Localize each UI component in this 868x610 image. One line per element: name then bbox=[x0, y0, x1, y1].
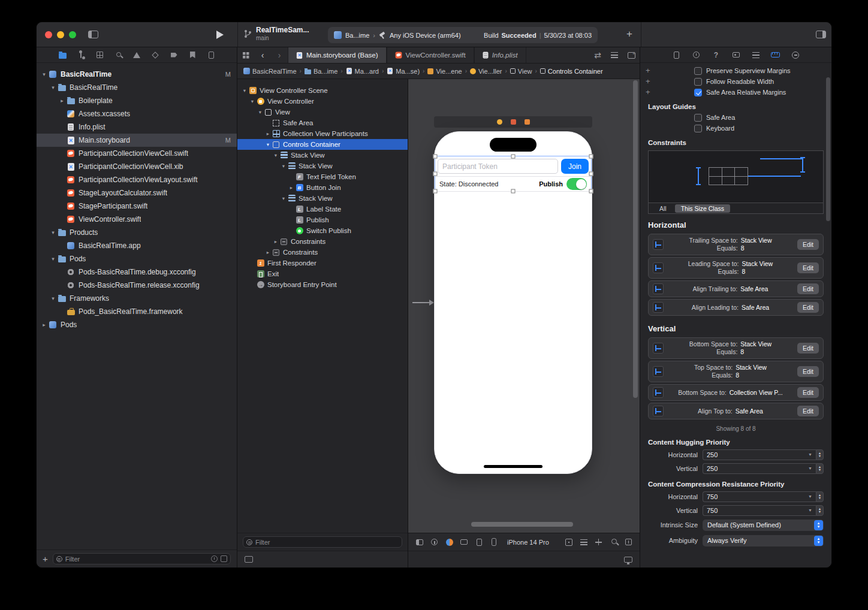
toggle-navigator-icon[interactable] bbox=[88, 31, 98, 38]
navigator-item-pods-project[interactable]: ▸Pods bbox=[37, 318, 237, 331]
scheme-name[interactable]: Ba...ime bbox=[345, 32, 369, 39]
tab-info-plist[interactable]: Info.plist bbox=[474, 47, 526, 63]
disclosure-triangle[interactable]: ▾ bbox=[49, 229, 57, 235]
outline-item-button-join[interactable]: ▸Button Join bbox=[237, 182, 408, 193]
hide-outline-icon[interactable] bbox=[245, 556, 253, 563]
constraint-row-align-leading[interactable]: Align Leading to:Safe Area Edit bbox=[648, 299, 824, 316]
disclosure-triangle[interactable]: ▸ bbox=[264, 131, 272, 137]
preserve-superview-margins-checkbox[interactable] bbox=[694, 67, 702, 75]
outline-item-collection-view[interactable]: ▸Collection View Participants bbox=[237, 128, 408, 139]
navigator-item-app-product[interactable]: BasicRealTime.app bbox=[37, 239, 237, 252]
add-row-icon[interactable]: + bbox=[646, 87, 650, 96]
disclosure-triangle[interactable]: ▸ bbox=[288, 185, 295, 191]
navigator-item-viewcontroller[interactable]: ViewController.swift bbox=[37, 213, 237, 226]
compression-vertical-field[interactable]: 750▼ bbox=[703, 505, 816, 516]
connections-inspector-icon[interactable] bbox=[791, 50, 800, 60]
compression-horizontal-field[interactable]: 750▼ bbox=[703, 491, 816, 502]
stepper[interactable]: ▲▼ bbox=[816, 449, 824, 460]
outline-item-entry-point[interactable]: Storyboard Entry Point bbox=[237, 279, 408, 290]
navigator-item-main-storyboard[interactable]: Main.storyboardM bbox=[37, 134, 237, 147]
breadcrumb-scene[interactable]: Vie...ene bbox=[427, 68, 462, 75]
stepper[interactable]: ▲▼ bbox=[816, 491, 824, 502]
outline-item-stack-view[interactable]: ▾Stack View bbox=[237, 161, 408, 171]
device-icon[interactable] bbox=[490, 538, 498, 546]
outline-item-scene[interactable]: ▾View Controller Scene bbox=[237, 85, 408, 96]
project-navigator-icon[interactable] bbox=[58, 51, 67, 59]
constraint-row-trailing[interactable]: Trailing Space to:Stack ViewEquals:8 Edi… bbox=[648, 234, 824, 255]
top-constraint-line[interactable] bbox=[802, 157, 803, 173]
navigator-item-stagelayoutcalculator[interactable]: StageLayoutCalculator.swift bbox=[37, 186, 237, 200]
zoom-button[interactable] bbox=[69, 31, 76, 38]
zoom-icon[interactable] bbox=[609, 538, 617, 546]
leading-constraint-line[interactable] bbox=[698, 167, 699, 185]
history-inspector-icon[interactable] bbox=[692, 50, 701, 60]
selection-handle[interactable] bbox=[433, 172, 438, 176]
navigator-item-frameworks[interactable]: ▾Frameworks bbox=[37, 292, 237, 305]
library-add-button[interactable]: + bbox=[626, 28, 632, 40]
disclosure-triangle[interactable]: ▸ bbox=[272, 238, 279, 244]
appearance-icon[interactable] bbox=[445, 538, 454, 546]
trailing-constraint-line[interactable] bbox=[748, 176, 801, 177]
breadcrumb-view[interactable]: View bbox=[510, 68, 532, 75]
constraint-row-leading[interactable]: Leading Space to:Stack ViewEquals:8 Edit bbox=[648, 257, 824, 279]
constraint-row-top-space[interactable]: Top Space to:Stack ViewEquals:8 Edit bbox=[648, 361, 824, 382]
device-label[interactable]: iPhone 14 Pro bbox=[507, 539, 549, 546]
info-icon[interactable] bbox=[430, 538, 439, 546]
disclosure-triangle[interactable]: ▸ bbox=[40, 322, 48, 328]
hugging-horizontal-field[interactable]: 250▼ bbox=[703, 449, 816, 460]
toggle-inspector-icon[interactable] bbox=[816, 31, 826, 38]
edit-button[interactable]: Edit bbox=[797, 387, 819, 398]
tests-icon[interactable] bbox=[151, 51, 159, 59]
tab-this-size-class[interactable]: This Size Class bbox=[675, 204, 730, 213]
activity-status-bar[interactable]: Ba...ime › Any iOS Device (arm64) Build … bbox=[328, 27, 598, 43]
outline-filter-input[interactable] bbox=[255, 539, 399, 546]
align-top-constraint-line[interactable] bbox=[760, 158, 802, 159]
keyboard-guide-checkbox[interactable] bbox=[694, 125, 702, 132]
navigator-item-products[interactable]: ▾Products bbox=[37, 226, 237, 239]
disclosure-triangle[interactable]: ▾ bbox=[272, 152, 279, 158]
selection-handle[interactable] bbox=[511, 189, 516, 194]
disclosure-triangle[interactable]: ▾ bbox=[249, 98, 256, 104]
disclosure-triangle[interactable]: ▾ bbox=[280, 163, 287, 169]
back-button[interactable]: ‹ bbox=[254, 47, 271, 63]
navigator-item-cell-xib[interactable]: ParticipantCollectionViewCell.xib bbox=[37, 160, 237, 173]
outline-toggle-icon[interactable] bbox=[415, 538, 424, 546]
outline-item-safe-area[interactable]: Safe Area bbox=[237, 117, 408, 128]
edit-button[interactable]: Edit bbox=[797, 343, 819, 354]
iphone-canvas[interactable]: Join State: Disconnected Publish bbox=[434, 131, 592, 474]
view-controller-dock-icon[interactable] bbox=[497, 119, 502, 125]
minimize-button[interactable] bbox=[57, 31, 64, 38]
selection-handle[interactable] bbox=[433, 155, 438, 159]
run-button[interactable] bbox=[216, 31, 224, 39]
breadcrumb-controls-container[interactable]: Controls Container bbox=[540, 68, 603, 75]
source-control-filter-icon[interactable] bbox=[221, 555, 227, 562]
navigator-item-pods-framework[interactable]: Pods_BasicRealTime.framework bbox=[37, 305, 237, 318]
disclosure-triangle[interactable]: ▾ bbox=[257, 109, 264, 115]
related-items-icon[interactable] bbox=[237, 47, 254, 63]
attributes-inspector-icon[interactable] bbox=[751, 50, 761, 60]
disclosure-triangle[interactable]: ▾ bbox=[241, 87, 248, 93]
breadcrumb-project[interactable]: BasicRealTime bbox=[243, 68, 297, 75]
outline-item-label-state[interactable]: Label State bbox=[237, 204, 408, 215]
breadcrumb-group[interactable]: Ba...ime bbox=[305, 68, 337, 75]
disclosure-triangle[interactable]: ▾ bbox=[49, 84, 57, 90]
navigator-item-cell-swift[interactable]: ParticipantCollectionViewCell.swift bbox=[37, 147, 237, 160]
navigator-item-layout-swift[interactable]: ParticipantCollectionViewLayout.swift bbox=[37, 173, 237, 186]
tab-main-storyboard[interactable]: Main.storyboard (Base) bbox=[288, 47, 387, 63]
navigator-item-stageparticipant[interactable]: StageParticipant.swift bbox=[37, 200, 237, 213]
vertical-scrollbar[interactable] bbox=[633, 80, 638, 398]
navigator-item-info-plist[interactable]: Info.plist bbox=[37, 120, 237, 134]
disclosure-triangle[interactable]: ▾ bbox=[40, 71, 48, 77]
breakpoints-icon[interactable] bbox=[188, 51, 197, 59]
breadcrumb-view-controller[interactable]: Vie...ller bbox=[470, 68, 502, 75]
forward-button[interactable]: › bbox=[271, 47, 288, 63]
navigator-filter-input[interactable] bbox=[65, 555, 208, 563]
add-row-icon[interactable]: + bbox=[646, 77, 650, 86]
outline-item-switch-publish[interactable]: Switch Publish bbox=[237, 225, 408, 236]
outline-item-view[interactable]: ▾View bbox=[237, 107, 408, 117]
navigator-item-boilerplate[interactable]: ▸Boilerplate bbox=[37, 94, 237, 107]
quick-help-inspector-icon[interactable] bbox=[712, 50, 721, 60]
storyboard-entry-arrow[interactable] bbox=[412, 302, 430, 303]
navigator-item-pods-debug-xcconfig[interactable]: Pods-BasicRealTime.debug.xcconfig bbox=[37, 265, 237, 279]
add-row-icon[interactable]: + bbox=[646, 66, 650, 75]
